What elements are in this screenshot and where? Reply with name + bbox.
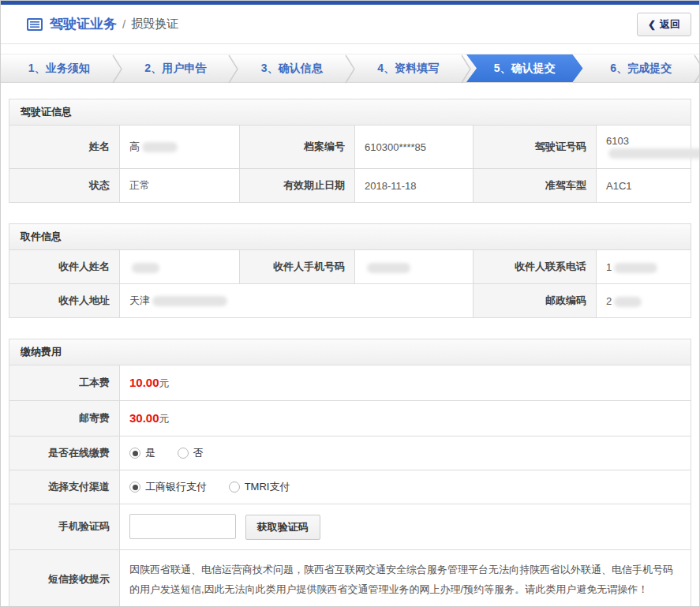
section-title: 缴纳费用 — [9, 339, 691, 365]
step-3-tab[interactable]: 3、确认信息 — [234, 54, 350, 82]
table-row: 工本费 10.00元 — [9, 365, 691, 401]
radio-label: 否 — [193, 447, 204, 459]
fee-unit: 元 — [159, 377, 170, 389]
sms-code-row: 获取验证码 — [120, 504, 691, 550]
table-row: 状态 正常 有效期止日期 2018-11-18 准驾车型 A1C1 — [9, 169, 691, 203]
table-row: 收件人地址 天津 邮政编码 2 — [9, 284, 691, 318]
table-row: 姓名 高 档案编号 610300****85 驾驶证号码 6103 — [9, 126, 691, 169]
radio-label: TMRI支付 — [245, 481, 290, 493]
radio-online-yes[interactable] — [129, 448, 140, 459]
page-title: 驾驶证业务 — [50, 15, 117, 33]
redacted-text — [152, 296, 227, 306]
step-4-tab[interactable]: 4、资料填写 — [350, 54, 467, 82]
page-header: 驾驶证业务 / 损毁换证 ❮ 返回 — [1, 5, 699, 44]
field-label: 手机验证码 — [9, 504, 120, 550]
license-info-section: 驾驶证信息 姓名 高 档案编号 610300****85 驾驶证号码 6103 … — [9, 99, 691, 203]
step-label: 1、业务须知 — [28, 62, 90, 76]
redacted-text — [142, 142, 178, 152]
field-value: 1 — [597, 250, 691, 284]
field-label: 准驾车型 — [474, 169, 597, 203]
field-value — [355, 250, 474, 284]
chevron-left-icon: ❮ — [648, 19, 656, 30]
get-sms-code-button[interactable]: 获取验证码 — [245, 515, 320, 540]
field-label: 选择支付渠道 — [9, 470, 120, 504]
field-label: 邮寄费 — [9, 401, 120, 437]
fee-amount: 30.00 — [129, 411, 159, 425]
step-wizard-bar: 1、业务须知 2、用户申告 3、确认信息 4、资料填写 5、确认提交 — [1, 54, 699, 83]
field-value: 正常 — [120, 169, 240, 203]
fee-value: 10.00元 — [120, 365, 691, 401]
field-value: 610300****85 — [355, 126, 474, 169]
field-label: 收件人地址 — [9, 284, 120, 318]
fee-unit: 元 — [159, 413, 170, 425]
sms-code-input[interactable] — [129, 514, 236, 539]
step-separator-chevron-icon — [694, 54, 700, 82]
table-row: 邮寄费 30.00元 — [9, 401, 691, 437]
step-label: 2、用户申告 — [144, 62, 206, 76]
table-row: 收件人姓名 收件人手机号码 收件人联系电话 1 — [9, 250, 691, 284]
field-label: 驾驶证号码 — [474, 126, 597, 169]
step-2-tab[interactable]: 2、用户申告 — [118, 54, 234, 82]
pickup-info-table: 收件人姓名 收件人手机号码 收件人联系电话 1 收件人地址 天津 邮政编码 2 — [9, 249, 691, 318]
step-separator-chevron-icon — [228, 54, 239, 82]
table-row: 选择支付渠道 工商银行支付 TMRI支付 — [9, 470, 691, 504]
step-label: 4、资料填写 — [377, 62, 439, 76]
table-row: 是否在线缴费 是 否 — [9, 437, 691, 470]
breadcrumb-current: 损毁换证 — [131, 17, 178, 32]
field-value: 2018-11-18 — [355, 169, 474, 203]
field-label: 有效期止日期 — [240, 169, 355, 203]
fee-value: 30.00元 — [120, 401, 691, 437]
field-value — [120, 250, 240, 284]
section-title: 驾驶证信息 — [9, 99, 691, 125]
field-value: 高 — [120, 126, 240, 169]
step-separator-chevron-icon — [112, 54, 123, 82]
back-button-label: 返回 — [660, 17, 680, 32]
field-value: 天津 — [120, 284, 474, 318]
field-label: 档案编号 — [240, 126, 355, 169]
step-5-tab-active[interactable]: 5、确认提交 — [466, 54, 583, 82]
radio-channel-icbc[interactable] — [129, 481, 140, 493]
form-list-icon — [26, 17, 43, 32]
field-label: 姓名 — [9, 126, 120, 169]
pay-channel-options: 工商银行支付 TMRI支付 — [120, 470, 691, 504]
field-label: 是否在线缴费 — [9, 437, 120, 470]
field-label: 收件人联系电话 — [474, 250, 597, 284]
field-value: 6103 — [597, 126, 691, 169]
payment-section: 缴纳费用 工本费 10.00元 邮寄费 30.00元 是否在线缴费 — [9, 339, 691, 607]
license-info-table: 姓名 高 档案编号 610300****85 驾驶证号码 6103 状态 正常 … — [9, 125, 691, 203]
field-label: 短信接收提示 — [9, 549, 120, 607]
table-row: 短信接收提示 因陕西省联通、电信运营商技术问题，陕西省互联网交通安全综合服务管理… — [9, 549, 691, 607]
redacted-text — [608, 148, 700, 159]
main-content: 驾驶证信息 姓名 高 档案编号 610300****85 驾驶证号码 6103 … — [1, 99, 699, 607]
step-6-tab[interactable]: 6、完成提交 — [583, 54, 700, 82]
field-value: A1C1 — [597, 169, 691, 203]
redacted-text — [614, 297, 642, 307]
pickup-info-section: 取件信息 收件人姓名 收件人手机号码 收件人联系电话 1 收件人地址 天津 — [9, 223, 691, 318]
step-label: 3、确认信息 — [261, 62, 323, 76]
step-1-tab[interactable]: 1、业务须知 — [1, 54, 118, 82]
fee-amount: 10.00 — [129, 376, 159, 389]
page: 驾驶证业务 / 损毁换证 ❮ 返回 1、业务须知 2、用户申告 3、确认信息 — [0, 0, 700, 607]
section-title: 取件信息 — [9, 223, 691, 249]
sms-notice-text: 因陕西省联通、电信运营商技术问题，陕西省互联网交通安全综合服务管理平台无法向持陕… — [120, 549, 691, 607]
breadcrumb-separator: / — [122, 17, 125, 31]
field-label: 收件人姓名 — [9, 250, 120, 284]
step-label: 6、完成提交 — [610, 62, 672, 76]
radio-label: 工商银行支付 — [145, 481, 207, 493]
redacted-text — [132, 263, 159, 273]
radio-channel-tmri[interactable] — [229, 481, 240, 493]
table-row: 手机验证码 获取验证码 — [9, 504, 691, 550]
step-separator-chevron-icon — [345, 54, 356, 82]
step-label: 5、确认提交 — [494, 62, 556, 76]
radio-online-no[interactable] — [178, 448, 189, 459]
redacted-text — [367, 263, 410, 273]
field-label: 收件人手机号码 — [240, 250, 355, 284]
field-label: 工本费 — [9, 365, 120, 401]
redacted-text — [614, 263, 657, 273]
payment-table: 工本费 10.00元 邮寄费 30.00元 是否在线缴费 是 否 — [9, 365, 691, 607]
field-label: 状态 — [9, 169, 120, 203]
online-pay-options: 是 否 — [120, 437, 691, 470]
radio-label: 是 — [145, 447, 155, 459]
field-value: 2 — [597, 284, 691, 318]
back-button[interactable]: ❮ 返回 — [637, 13, 691, 36]
